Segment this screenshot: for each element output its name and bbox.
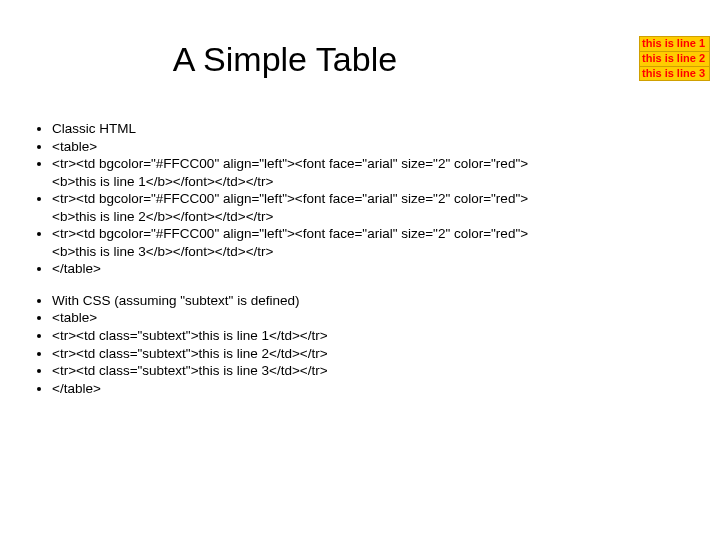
list-item: </table> — [52, 380, 550, 398]
demo-table: this is line 1 this is line 2 this is li… — [639, 36, 710, 81]
slide-body: Classic HTML <table> <tr><td bgcolor="#F… — [30, 120, 550, 411]
list-item: <tr><td class="subtext">this is line 1</… — [52, 327, 550, 345]
list-item: <tr><td bgcolor="#FFCC00" align="left"><… — [52, 225, 550, 260]
demo-cell: this is line 1 — [640, 37, 710, 52]
list-item: Classic HTML — [52, 120, 550, 138]
slide-title: A Simple Table — [0, 40, 570, 79]
list-item: <tr><td class="subtext">this is line 3</… — [52, 362, 550, 380]
list-item: <tr><td class="subtext">this is line 2</… — [52, 345, 550, 363]
demo-cell: this is line 3 — [640, 66, 710, 81]
list-item: <table> — [52, 309, 550, 327]
bullet-list-css: With CSS (assuming "subtext" is defined)… — [30, 292, 550, 397]
bullet-list-classic: Classic HTML <table> <tr><td bgcolor="#F… — [30, 120, 550, 278]
list-item: <table> — [52, 138, 550, 156]
demo-cell: this is line 2 — [640, 51, 710, 66]
slide: A Simple Table Classic HTML <table> <tr>… — [0, 0, 720, 540]
table-row: this is line 3 — [640, 66, 710, 81]
table-row: this is line 1 — [640, 37, 710, 52]
list-item: </table> — [52, 260, 550, 278]
list-item: <tr><td bgcolor="#FFCC00" align="left"><… — [52, 155, 550, 190]
list-item: <tr><td bgcolor="#FFCC00" align="left"><… — [52, 190, 550, 225]
list-item: With CSS (assuming "subtext" is defined) — [52, 292, 550, 310]
table-row: this is line 2 — [640, 51, 710, 66]
